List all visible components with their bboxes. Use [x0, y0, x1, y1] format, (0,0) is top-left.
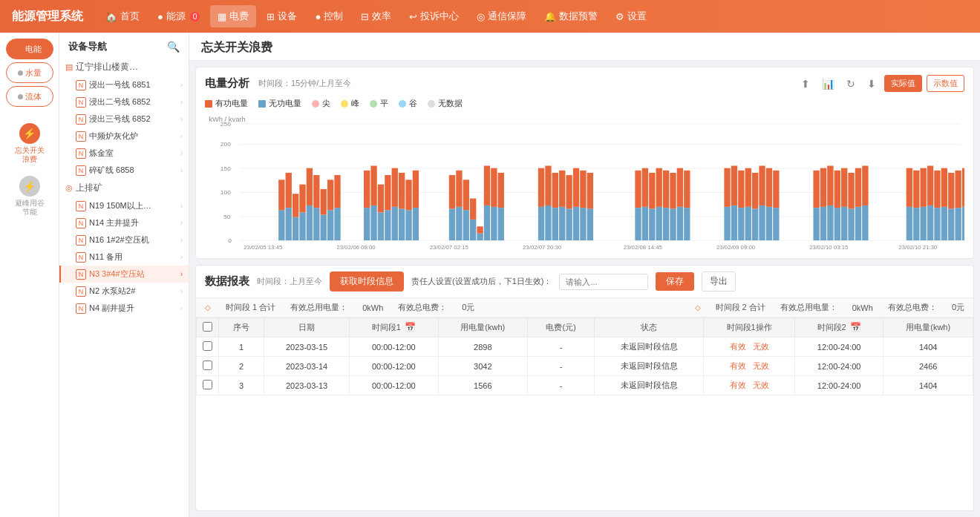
nav-settings[interactable]: ⚙ 设置 [608, 5, 654, 27]
svg-rect-143 [962, 207, 964, 240]
svg-rect-92 [677, 168, 683, 207]
nav-complaint[interactable]: ↩ 投诉中心 [402, 5, 466, 27]
refresh-icon-btn[interactable]: ↻ [843, 76, 859, 91]
svg-rect-135 [934, 208, 940, 240]
export-btn[interactable]: 导出 [702, 271, 736, 292]
nav-control[interactable]: ● 控制 [307, 5, 350, 27]
tree-item-n3[interactable]: N N3 3#4#空压站 › [59, 266, 189, 283]
row-kwh1: 1566 [438, 376, 528, 395]
svg-rect-93 [684, 208, 690, 240]
tree-item-n14[interactable]: N N14 主井提升 › [59, 214, 189, 231]
op-inactive-1[interactable]: 无效 [753, 361, 769, 370]
summary2-cost: 0元 [952, 302, 964, 313]
actual-value-btn[interactable]: 实际值 [884, 75, 922, 92]
top-navigation: 能源管理系统 🏠 首页 ● 能源 0 ▦ 电费 ⊞ 设备 ● 控制 ⊟ 效率 ↩ [0, 0, 980, 33]
svg-rect-138 [941, 168, 947, 207]
th-checkbox [197, 318, 219, 337]
svg-rect-85 [656, 207, 662, 240]
tree-item-crush[interactable]: N 碎矿线 6858 › [59, 162, 189, 179]
svg-rect-19 [299, 212, 305, 240]
svg-rect-20 [299, 185, 305, 213]
search-icon[interactable]: 🔍 [167, 41, 180, 53]
op-inactive-0[interactable]: 无效 [753, 342, 769, 351]
display-value-btn[interactable]: 示数值 [927, 75, 964, 92]
op-active-2[interactable]: 有效 [730, 381, 746, 389]
op-inactive-2[interactable]: 无效 [753, 381, 769, 389]
arrow-icon: › [180, 166, 183, 174]
select-all-checkbox[interactable] [203, 322, 212, 332]
svg-rect-86 [656, 168, 662, 207]
svg-rect-142 [955, 171, 961, 208]
table-title: 数据报表 [205, 274, 249, 289]
svg-rect-141 [955, 208, 961, 240]
energy-icon: ● [157, 11, 163, 22]
sidebar-nav-peakvalley[interactable]: ⚡ 避峰用谷节能 [6, 171, 53, 221]
svg-rect-73 [573, 207, 579, 240]
n19-icon: N [76, 201, 86, 211]
svg-rect-98 [731, 165, 737, 205]
tree-item-n16[interactable]: N N16 1#2#空压机 › [59, 231, 189, 248]
nav-communication[interactable]: ◎ 通信保障 [469, 5, 534, 27]
table-row: 1 2023-03-15 00:00-12:00 2898 - 未返回时段信息 … [197, 337, 973, 357]
tree-item-line1[interactable]: N 浸出一号线 6851 › [59, 76, 189, 93]
tree-item-goldroom[interactable]: N 炼金室 › [59, 145, 189, 162]
barchart-icon-btn[interactable]: 📊 [818, 76, 838, 91]
tree-item-furnace[interactable]: N 中频炉灰化炉 › [59, 128, 189, 145]
chart-legend: 有功电量 无功电量 尖 峰 平 [205, 98, 964, 109]
op-active-0[interactable]: 有效 [730, 342, 746, 351]
arrow-icon: › [180, 132, 183, 140]
tree-group-2[interactable]: ◎ 上排矿 [59, 179, 189, 197]
tree-item-n4[interactable]: N N4 副井提升 › [59, 300, 189, 317]
row-checkbox-0[interactable] [203, 341, 212, 351]
device-nav-header: 设备导航 🔍 [59, 33, 189, 58]
summary1-cost-label: 有效总电费： [398, 302, 447, 313]
tree-group-1[interactable]: ▤ 辽宁排山楼黄… [59, 58, 189, 76]
nav-home[interactable]: 🏠 首页 [98, 5, 147, 27]
nav-alert[interactable]: 🔔 数据预警 [537, 5, 605, 27]
download-icon-btn[interactable]: ⬇ [863, 76, 880, 91]
op-active-1[interactable]: 有效 [730, 361, 746, 370]
tree-item-n11[interactable]: N N11 备用 › [59, 248, 189, 266]
row-checkbox-2[interactable] [203, 380, 212, 389]
nav-electricity[interactable]: ▦ 电费 [210, 5, 256, 27]
svg-rect-114 [820, 168, 826, 207]
th-kwh2: 用电量(kwh) [883, 318, 973, 337]
tree-item-line3[interactable]: N 浸出三号线 6852 › [59, 111, 189, 128]
arrow-active-icon: › [180, 270, 183, 278]
resp-label: 责任人设置(设置成功后，下1日生效)： [411, 276, 552, 287]
waste-icon: ⚡ [19, 123, 40, 144]
n4-icon: N [76, 303, 86, 314]
svg-rect-34 [370, 165, 376, 205]
row-checkbox-1[interactable] [203, 360, 212, 370]
svg-rect-64 [538, 168, 544, 207]
tree-item-n19[interactable]: N N19 150M以上… › [59, 197, 189, 214]
crush-icon: N [76, 165, 86, 176]
table-section: 数据报表 时间段：上月至今 获取时段信息 责任人设置(设置成功后，下1日生效)：… [195, 265, 974, 511]
sidebar-btn-water[interactable]: 水量 [6, 62, 53, 83]
tree-item-n2[interactable]: N N2 水泵站2# › [59, 283, 189, 300]
legend-reactive-power: 无功电量 [258, 98, 301, 109]
sidebar-nav-waste[interactable]: ⚡ 忘关开关浪费 [6, 119, 53, 168]
save-btn[interactable]: 保存 [656, 272, 694, 291]
svg-rect-102 [745, 168, 751, 207]
sidebar-btn-electric[interactable]: 电能 [6, 39, 53, 59]
sidebar-btn-fluid[interactable]: 流体 [6, 86, 53, 107]
main-content: 忘关开关浪费 电量分析 时间段：15分钟/上月至今 ⬆ 📊 ↻ ⬇ 实际值 示数… [189, 33, 980, 517]
nav-energy[interactable]: ● 能源 0 [150, 5, 207, 27]
arrow-icon: › [180, 149, 183, 157]
svg-rect-99 [738, 208, 744, 240]
nav-device[interactable]: ⊞ 设备 [259, 5, 304, 27]
svg-rect-121 [848, 208, 854, 240]
resp-input[interactable] [559, 274, 648, 290]
tree-item-line2[interactable]: N 浸出二号线 6852 › [59, 93, 189, 111]
svg-rect-25 [321, 215, 327, 241]
get-info-btn[interactable]: 获取时段信息 [330, 271, 404, 292]
svg-text:0: 0 [228, 237, 232, 243]
left-sidebar: 电能 水量 流体 ⚡ 忘关开关浪费 ⚡ 避峰用谷节能 [0, 33, 59, 517]
nav-efficiency[interactable]: ⊟ 效率 [353, 5, 399, 27]
page-title: 忘关开关浪费 [189, 33, 980, 61]
calendar2-icon[interactable]: 📅 [850, 322, 861, 332]
calendar1-icon[interactable]: 📅 [405, 322, 416, 332]
upload-icon-btn[interactable]: ⬆ [797, 76, 814, 91]
svg-rect-65 [545, 205, 551, 240]
